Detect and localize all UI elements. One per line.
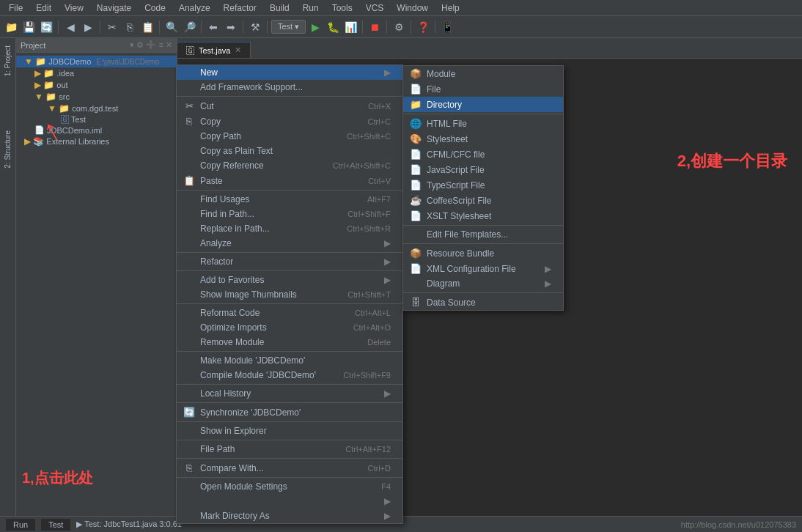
ctx-compare-icon: ⎘: [183, 462, 196, 473]
tab-test-java[interactable]: 🇬 Test.java ✕: [177, 42, 251, 58]
ctx-copy[interactable]: ⎘ Copy Ctrl+C: [177, 114, 402, 129]
tree-root[interactable]: ▼ 📁 JDBCDemo E:\java\JDBCDemo: [16, 56, 177, 67]
ctx-copy-icon: ⎘: [183, 116, 196, 127]
ctx-copy-path[interactable]: Copy Path Ctrl+Shift+C: [177, 129, 402, 144]
submenu-js[interactable]: 📄 JavaScript File: [403, 162, 563, 177]
submenu-stylesheet[interactable]: 🎨 Stylesheet: [403, 131, 563, 147]
ctx-find-usages[interactable]: Find Usages Alt+F7: [177, 192, 402, 207]
ctx-synchronize[interactable]: 🔄 Synchronize 'JDBCDemo': [177, 404, 402, 420]
ctx-analyze[interactable]: Analyze ▶: [177, 236, 402, 251]
toolbar-sdk-btn[interactable]: ⚙: [391, 19, 407, 35]
side-tab-project[interactable]: 1: Project: [2, 41, 13, 81]
menu-edit[interactable]: Edit: [30, 1, 57, 15]
menu-code[interactable]: Code: [139, 1, 172, 15]
toolbar-back-btn[interactable]: ◀: [62, 19, 78, 35]
submenu-directory[interactable]: 📁 Directory: [403, 97, 563, 112]
ctx-replace-in-path[interactable]: Replace in Path... Ctrl+Shift+R: [177, 221, 402, 236]
toolbar-device-btn[interactable]: 📱: [439, 19, 455, 35]
tree-ext-libs[interactable]: ▶ 📚 External Libraries: [16, 136, 177, 147]
tab-close[interactable]: ✕: [235, 45, 241, 55]
submenu-module[interactable]: 📦 Module: [403, 66, 563, 81]
submenu-html[interactable]: 🌐 HTML File: [403, 116, 563, 131]
menu-window[interactable]: Window: [391, 1, 434, 15]
ctx-cut-shortcut: Ctrl+X: [353, 102, 391, 111]
menu-vcs[interactable]: VCS: [360, 1, 390, 15]
ctx-copy-ref-label: Copy Reference: [200, 160, 264, 171]
submenu-coffee[interactable]: ☕ CoffeeScript File: [403, 193, 563, 208]
submenu-ts[interactable]: 📄 TypeScript File: [403, 177, 563, 193]
toolbar-right-btn[interactable]: ➡: [223, 19, 239, 35]
menu-tools[interactable]: Tools: [326, 1, 358, 15]
ctx-move-module[interactable]: ▶: [177, 494, 402, 509]
menu-navigate[interactable]: Navigate: [91, 1, 137, 15]
menu-help[interactable]: Help: [435, 1, 466, 15]
ctx-favorites[interactable]: Add to Favorites ▶: [177, 273, 402, 287]
ctx-copy-path-shortcut: Ctrl+Shift+C: [332, 132, 391, 141]
ctx-mark-dir[interactable]: Mark Directory As ▶: [177, 509, 402, 523]
ctx-show-explorer[interactable]: Show in Explorer: [177, 424, 402, 438]
submenu-file-label: File: [427, 84, 441, 95]
tree-idea[interactable]: ▶ 📁 .idea: [16, 67, 177, 79]
toolbar-sync-btn[interactable]: 🔄: [38, 19, 54, 35]
menu-file[interactable]: File: [3, 1, 29, 15]
toolbar-run-config[interactable]: Test ▾: [271, 20, 306, 34]
tree-out[interactable]: ▶ 📁 out: [16, 79, 177, 91]
submenu-html-label: HTML File: [427, 119, 467, 129]
ctx-image-thumbs[interactable]: Show Image Thumbnails Ctrl+Shift+T: [177, 287, 402, 302]
toolbar-build1-btn[interactable]: ⚒: [247, 19, 263, 35]
toolbar-stop-btn[interactable]: ⏹: [367, 19, 383, 35]
ctx-sep4: [177, 270, 402, 271]
menu-run[interactable]: Run: [297, 1, 325, 15]
ctx-new[interactable]: New ▶ 📦 Module 📄 File 📁 Directory 🌐 HTML…: [177, 65, 402, 80]
submenu-xml-config[interactable]: 📄 XML Configuration File ▶: [403, 261, 563, 276]
toolbar-debug-btn[interactable]: 🐛: [325, 19, 341, 35]
status-test[interactable]: Test: [41, 519, 70, 531]
ctx-file-path[interactable]: File Path Ctrl+Alt+F12: [177, 442, 402, 457]
submenu-diagram[interactable]: Diagram ▶: [403, 276, 563, 291]
tree-package[interactable]: ▼ 📁 com.dgd.test: [16, 103, 177, 114]
ctx-module-settings[interactable]: Open Module Settings F4: [177, 479, 402, 494]
ctx-optimize[interactable]: Optimize Imports Ctrl+Alt+O: [177, 320, 402, 335]
toolbar-cut-btn[interactable]: ✂: [104, 19, 120, 35]
ctx-refactor[interactable]: Refactor ▶: [177, 254, 402, 269]
ctx-remove-module[interactable]: Remove Module Delete: [177, 335, 402, 350]
submenu-resource-bundle[interactable]: 📦 Resource Bundle: [403, 245, 563, 261]
toolbar-run-btn[interactable]: ▶: [307, 19, 323, 35]
ctx-find-in-path-shortcut: Ctrl+Shift+F: [333, 210, 391, 218]
toolbar-fwd-btn[interactable]: ▶: [80, 19, 96, 35]
toolbar-search-btn[interactable]: 🔍: [163, 19, 180, 35]
submenu-edit-templates[interactable]: Edit File Templates...: [403, 227, 563, 242]
ctx-sep1: [177, 96, 402, 97]
toolbar-project-btn[interactable]: 📁: [3, 19, 19, 35]
toolbar-coverage-btn[interactable]: 📊: [342, 19, 358, 35]
ctx-reformat[interactable]: Reformat Code Ctrl+Alt+L: [177, 306, 402, 320]
ctx-local-history[interactable]: Local History ▶: [177, 386, 402, 401]
tree-src[interactable]: ▼ 📁 src: [16, 91, 177, 103]
ctx-copy-ref[interactable]: Copy Reference Ctrl+Alt+Shift+C: [177, 158, 402, 173]
toolbar-help-btn[interactable]: ❓: [415, 19, 431, 35]
ctx-compile-module[interactable]: Compile Module 'JDBCDemo' Ctrl+Shift+F9: [177, 368, 402, 383]
toolbar-save-btn[interactable]: 💾: [21, 19, 37, 35]
menu-view[interactable]: View: [59, 1, 89, 15]
ctx-paste[interactable]: 📋 Paste Ctrl+V: [177, 173, 402, 188]
submenu-xslt[interactable]: 📄 XSLT Stylesheet: [403, 208, 563, 223]
ctx-copy-plain[interactable]: Copy as Plain Text: [177, 144, 402, 158]
toolbar-copy-btn[interactable]: ⎘: [122, 19, 138, 35]
toolbar-paste-btn[interactable]: 📋: [139, 19, 155, 35]
side-tab-structure[interactable]: 2: Structure: [2, 126, 13, 173]
menu-build[interactable]: Build: [264, 1, 295, 15]
menu-refactor[interactable]: Refactor: [218, 1, 262, 15]
menu-analyze[interactable]: Analyze: [173, 1, 216, 15]
ctx-find-in-path[interactable]: Find in Path... Ctrl+Shift+F: [177, 207, 402, 221]
submenu-cfml[interactable]: 📄 CFML/CFC file: [403, 147, 563, 162]
status-run[interactable]: Run: [6, 519, 35, 531]
ctx-cut[interactable]: ✂ Cut Ctrl+X: [177, 98, 402, 114]
ctx-make-module[interactable]: Make Module 'JDBCDemo': [177, 353, 402, 368]
ctx-add-framework[interactable]: Add Framework Support...: [177, 80, 402, 95]
ctx-compare[interactable]: ⎘ Compare With... Ctrl+D: [177, 460, 402, 476]
submenu-file[interactable]: 📄 File: [403, 81, 563, 97]
submenu-data-source[interactable]: 🗄 Data Source: [403, 295, 563, 310]
ctx-optimize-label: Optimize Imports: [200, 322, 267, 333]
toolbar-left-btn[interactable]: ⬅: [205, 19, 221, 35]
toolbar-search2-btn[interactable]: 🔎: [181, 19, 197, 35]
